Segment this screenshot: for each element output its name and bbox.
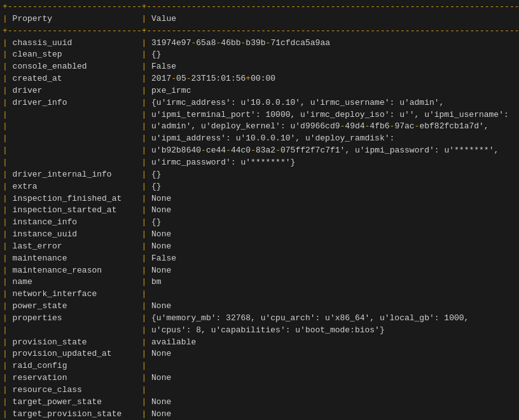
terminal-window: +---------------------------+-----------… [0,0,519,420]
property-table: +---------------------------+-----------… [0,0,519,420]
